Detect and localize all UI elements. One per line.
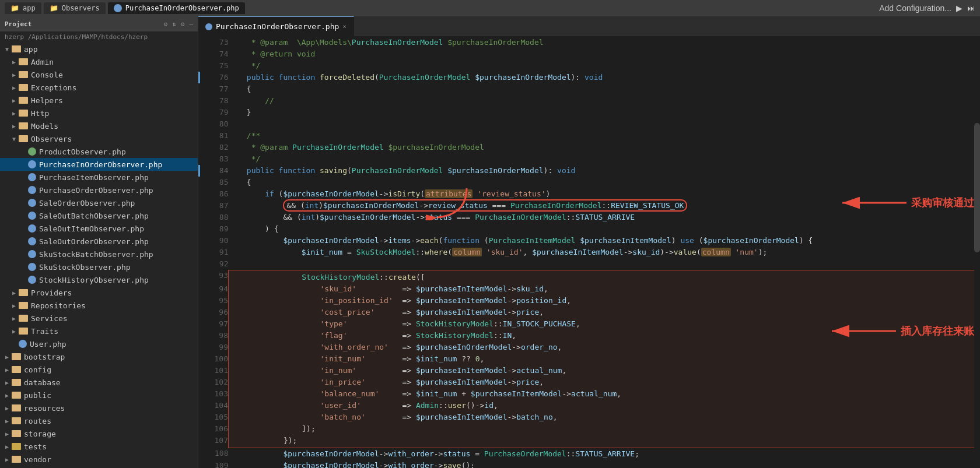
table-row: 97 'type' => StockHistoryModel::IN_STOCK… — [200, 318, 980, 330]
line-number: 82 — [200, 142, 229, 153]
sidebar-item-services[interactable]: ▶Services — [0, 312, 198, 325]
sidebar-item-purchase-item-observer[interactable]: PurchaseItemObserver.php — [0, 171, 198, 184]
debug-button[interactable]: ⏭ — [967, 3, 975, 13]
add-config-button[interactable]: Add Configuration... — [879, 3, 951, 13]
sidebar-item-vendor[interactable]: ▶vendor — [0, 453, 198, 466]
scrollbar-track[interactable] — [974, 37, 980, 468]
line-number: 109 — [200, 460, 229, 469]
sidebar-item-sale-out-item-observer[interactable]: SaleOutItemObserver.php — [0, 222, 198, 235]
sidebar-item-exceptions[interactable]: ▶Exceptions — [0, 81, 198, 94]
table-row: 109 $purchaseInOrderModel->with_order->s… — [200, 460, 980, 469]
line-number: 76 — [200, 72, 229, 83]
table-row: 94 'sku_id' => $purchaseInItemModel->sku… — [200, 283, 980, 295]
sidebar-item-models[interactable]: ▶Models — [0, 119, 198, 132]
sidebar-item-resources[interactable]: ▶resources — [0, 402, 198, 414]
code-area[interactable]: 73 * @param \App\Models\PurchaseInOrderM… — [198, 37, 980, 468]
file-icon-blue — [28, 224, 36, 233]
line-number: 93 — [200, 270, 229, 283]
sidebar-item-storage[interactable]: ▶storage — [0, 427, 198, 440]
table-row: 75 */ — [200, 60, 980, 72]
gear-icon[interactable]: ⚙ — [181, 20, 185, 28]
editor-tab-label: PurchaseInOrderObserver.php — [216, 22, 339, 31]
titlebar-tab-app[interactable]: 📁 app — [5, 2, 41, 14]
folder-icon — [19, 289, 28, 296]
titlebar-tab-file[interactable]: PurchaseInOrderObserver.php — [108, 2, 245, 14]
sidebar-item-tests[interactable]: ▶tests — [0, 440, 198, 453]
sidebar-item-sku-stock-observer[interactable]: SkuStockObserver.php — [0, 261, 198, 273]
table-row: 100 'init_num' => $init_num ?? 0, — [200, 353, 980, 365]
line-number: 98 — [200, 330, 229, 342]
arrow-icon: ▶ — [9, 290, 19, 296]
sidebar-item-providers[interactable]: ▶Providers — [0, 286, 198, 299]
sidebar-item-config[interactable]: ▶config — [0, 363, 198, 376]
line-content: && (int)$purchaseInOrderModel->review_st… — [229, 200, 980, 212]
sidebar-tree: ▼app▶Admin▶Console▶Exceptions▶Helpers▶Ht… — [0, 43, 198, 468]
sidebar-item-database[interactable]: ▶database — [0, 376, 198, 389]
line-content: { — [229, 177, 980, 188]
sidebar-item-sku-stock-batch-observer[interactable]: SkuStockBatchObserver.php — [0, 248, 198, 261]
tree-item-label: config — [24, 365, 51, 374]
sidebar-item-traits[interactable]: ▶Traits — [0, 325, 198, 337]
tree-item-label: storage — [24, 430, 56, 438]
editor-tab-active[interactable]: PurchaseInOrderObserver.php × — [198, 16, 354, 37]
sidebar-item-public[interactable]: ▶public — [0, 389, 198, 402]
sidebar-item-sale-out-order-observer[interactable]: SaleOutOrderObserver.php — [0, 235, 198, 248]
line-content: ]); — [229, 423, 980, 435]
settings-icon[interactable]: ⚙ — [164, 20, 168, 28]
tree-item-label: Traits — [31, 327, 58, 336]
run-button[interactable]: ▶ — [956, 3, 963, 13]
sidebar-item-sale-order-observer[interactable]: SaleOrderObserver.php — [0, 196, 198, 209]
sidebar-item-app[interactable]: ▼app — [0, 43, 198, 55]
sidebar-item-purchase-order-observer[interactable]: PurchaseOrderObserver.php — [0, 184, 198, 196]
arrow-icon: ▶ — [9, 97, 19, 104]
folder-icon — [19, 328, 28, 335]
tree-item-label: Repositories — [31, 301, 86, 310]
table-row: 98 'flag' => StockHistoryModel::IN, — [200, 330, 980, 342]
titlebar-tab-file-label: PurchaseInOrderObserver.php — [125, 4, 239, 12]
table-row: 82 * @param PurchaseInOrderModel $purcha… — [200, 142, 980, 153]
arrow-icon: ▶ — [2, 431, 12, 437]
line-content: && (int)$purchaseInOrderModel->status ==… — [229, 212, 980, 223]
sidebar: Project ⚙ ⇅ ⚙ — hzerp /Applications/MAMP… — [0, 16, 198, 468]
sidebar-item-stock-history-observer[interactable]: StockHistoryObserver.php — [0, 273, 198, 286]
sidebar-item-purchase-inorder-observer[interactable]: PurchaseInOrderObserver.php — [0, 158, 198, 171]
line-number: 88 — [200, 212, 229, 223]
line-number: 89 — [200, 223, 229, 235]
sidebar-item-routes[interactable]: ▶routes — [0, 414, 198, 427]
folder-icon — [12, 45, 21, 52]
line-content — [229, 258, 980, 270]
sidebar-item-console[interactable]: ▶Console — [0, 68, 198, 81]
sidebar-item-helpers[interactable]: ▶Helpers — [0, 94, 198, 107]
close-sidebar-icon[interactable]: — — [189, 20, 193, 28]
folder-icon — [12, 353, 21, 360]
tree-item-label: Models — [31, 122, 58, 131]
sort-icon[interactable]: ⇅ — [172, 20, 176, 28]
file-icon-blue — [28, 250, 36, 258]
sidebar-item-editorconfig[interactable]: .editorconfig — [0, 466, 198, 468]
titlebar-tabs: 📁 app 📁 Observers PurchaseInOrderObserve… — [5, 2, 245, 14]
line-number: 73 — [200, 37, 229, 48]
line-content: 'flag' => StockHistoryModel::IN, — [229, 330, 980, 342]
table-row: 96 'cost_price' => $purchaseInItemModel-… — [200, 307, 980, 318]
sidebar-item-http[interactable]: ▶Http — [0, 107, 198, 119]
titlebar-tab-observers[interactable]: 📁 Observers — [44, 2, 106, 14]
table-row: 88 && (int)$purchaseInOrderModel->status… — [200, 212, 980, 223]
sidebar-item-admin[interactable]: ▶Admin — [0, 55, 198, 68]
sidebar-item-observers[interactable]: ▼Observers — [0, 132, 198, 145]
sidebar-item-repositories[interactable]: ▶Repositories — [0, 299, 198, 312]
sidebar-item-bootstrap[interactable]: ▶bootstrap — [0, 350, 198, 363]
sidebar-item-user-php[interactable]: User.php — [0, 337, 198, 350]
line-number: 99 — [200, 342, 229, 353]
sidebar-item-sale-out-batch-observer[interactable]: SaleOutBatchObserver.php — [0, 209, 198, 222]
arrow-icon: ▶ — [2, 456, 12, 463]
line-content: $purchaseInOrderModel->with_order->statu… — [229, 448, 980, 460]
code-table: 73 * @param \App\Models\PurchaseInOrderM… — [198, 37, 980, 468]
sidebar-header: Project ⚙ ⇅ ⚙ — — [0, 16, 198, 31]
table-row: 76 public function forceDeleted(Purchase… — [200, 72, 980, 83]
editor-tab-close[interactable]: × — [342, 23, 346, 30]
line-content: public function saving(PurchaseInOrderMo… — [229, 165, 980, 177]
sidebar-item-product-observer[interactable]: ProductObserver.php — [0, 145, 198, 158]
line-content: 'with_order_no' => $purchaseInOrderModel… — [229, 342, 980, 353]
line-number: 96 — [200, 307, 229, 318]
scrollbar-thumb[interactable] — [974, 123, 980, 252]
